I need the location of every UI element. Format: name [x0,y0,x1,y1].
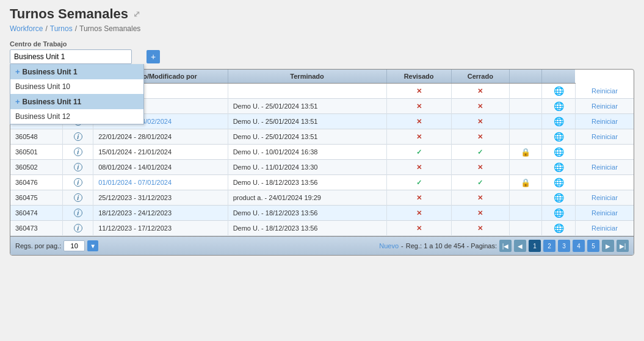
cell-reiniciar-2[interactable]: Reiniciar [575,114,634,129]
cell-reiniciar-1[interactable]: Reiniciar [575,99,634,114]
x-icon: ✕ [477,163,483,171]
cell-globe-8[interactable]: 🌐 [542,206,576,221]
page-last-button[interactable]: ▶| [617,240,629,252]
info-icon[interactable]: i [74,178,82,187]
page-container: Turnos Semanales ⤢ Workforce / Turnos / … [0,0,644,341]
info-icon[interactable]: i [74,163,82,171]
breadcrumb-current: Turnos Semanales [79,24,140,33]
cell-terminado-4: ✓ [386,145,451,160]
globe-icon[interactable]: 🌐 [554,117,564,126]
lock-icon: 🔒 [521,148,530,157]
cell-info-9[interactable]: i [63,221,93,236]
cell-globe-9[interactable]: 🌐 [542,221,576,236]
cell-info-6[interactable]: i [63,175,93,190]
cell-reiniciar-8[interactable]: Reiniciar [575,206,634,221]
breadcrumb-workforce[interactable]: Workforce [10,24,43,33]
info-icon[interactable]: i [74,148,82,156]
reiniciar-button-8[interactable]: Reiniciar [592,209,618,217]
breadcrumb-sep2: / [75,24,77,33]
plus-icon-bu1: + [15,67,20,76]
cell-cerrado-1 [510,99,542,114]
dropdown-item-bu10[interactable]: Business Unit 10 [10,79,143,94]
x-icon: ✕ [416,194,422,201]
cell-info-8[interactable]: i [63,206,93,221]
dropdown-item-bu1[interactable]: + Business Unit 1 [10,64,143,79]
table-row: 360502i08/01/2024 - 14/01/2024Demo U. - … [10,160,634,175]
cell-date-4: 15/01/2024 - 21/01/2024 [93,145,228,160]
dropdown-list: + Business Unit 1 Business Unit 10 + Bus… [10,64,144,124]
dropdown-item-bu11[interactable]: + Business Unit 11 [10,94,143,109]
cell-info-3[interactable]: i [63,129,93,145]
reiniciar-button-0[interactable]: Reiniciar [592,87,618,95]
filter-row: + Business Unit 1 Business Unit 10 + Bus… [10,49,634,64]
cell-globe-4[interactable]: 🌐 [542,145,576,160]
page-next-button[interactable]: ▶ [602,240,614,252]
page-title: Turnos Semanales [10,6,128,22]
page-3-button[interactable]: 3 [558,240,570,252]
cell-date-8: 18/12/2023 - 24/12/2023 [93,206,228,221]
cell-info-4[interactable]: i [63,145,93,160]
page-5-button[interactable]: 5 [587,240,599,252]
info-icon[interactable]: i [74,193,82,202]
cell-reiniciar-7[interactable]: Reiniciar [575,190,634,206]
expand-icon[interactable]: ⤢ [133,9,140,19]
dropdown-item-bu12[interactable]: Business Unit 12 [10,109,143,124]
info-icon[interactable]: i [74,224,82,232]
globe-icon[interactable]: 🌐 [554,223,564,233]
cell-globe-5[interactable]: 🌐 [542,160,576,175]
cell-created-6: Demo U. - 18/12/2023 13:56 [228,175,386,190]
cell-info-5[interactable]: i [63,160,93,175]
reiniciar-button-9[interactable]: Reiniciar [592,224,618,232]
cell-reiniciar-9[interactable]: Reiniciar [575,221,634,236]
regs-down-button[interactable]: ▼ [87,240,98,251]
cell-reiniciar-3[interactable]: Reiniciar [575,129,634,145]
globe-icon[interactable]: 🌐 [554,162,564,172]
cell-created-2: Demo U. - 25/01/2024 13:51 [228,114,386,129]
reiniciar-button-3[interactable]: Reiniciar [592,133,618,140]
cell-globe-7[interactable]: 🌐 [542,190,576,206]
globe-icon[interactable]: 🌐 [554,132,564,142]
cell-info-7[interactable]: i [63,190,93,206]
cell-globe-1[interactable]: 🌐 [542,99,576,114]
cell-reiniciar-5[interactable]: Reiniciar [575,160,634,175]
globe-icon[interactable]: 🌐 [554,147,564,157]
cell-globe-2[interactable]: 🌐 [542,114,576,129]
cell-globe-0[interactable]: 🌐 [542,84,576,99]
table-footer: Regs. por pag.: ▼ Nuevo - Reg.: 1 a 10 d… [10,236,634,255]
page-4-button[interactable]: 4 [573,240,585,252]
page-first-button[interactable]: |◀ [499,240,512,252]
dropdown-item-label-bu12: Business Unit 12 [15,112,70,121]
dropdown-item-label-bu10: Business Unit 10 [15,82,70,91]
info-icon[interactable]: i [74,132,82,141]
globe-icon[interactable]: 🌐 [554,101,564,111]
cell-revisado-1: ✕ [451,99,509,114]
cell-globe-6[interactable]: 🌐 [542,175,576,190]
globe-icon[interactable]: 🌐 [554,86,564,96]
regs-per-page-input[interactable] [63,240,85,251]
page-2-button[interactable]: 2 [543,240,555,252]
cell-created-3: Demo U. - 25/01/2024 13:51 [228,129,386,145]
cell-terminado-8: ✕ [386,206,451,221]
reiniciar-button-7[interactable]: Reiniciar [592,194,618,201]
dropdown-item-label-bu1: Business Unit 1 [23,68,78,76]
globe-icon[interactable]: 🌐 [554,178,564,187]
centro-trabajo-input[interactable] [10,49,132,64]
breadcrumb-turnos[interactable]: Turnos [50,24,73,33]
cell-terminado-1: ✕ [386,99,451,114]
footer-left: Regs. por pag.: ▼ [15,240,98,251]
cell-globe-3[interactable]: 🌐 [542,129,576,145]
globe-icon[interactable]: 🌐 [554,193,564,203]
page-1-button[interactable]: 1 [529,240,541,252]
filter-add-button[interactable]: + [147,50,160,63]
cell-reiniciar-0[interactable]: Reiniciar [575,84,634,99]
cell-created-9: Demo U. - 18/12/2023 13:56 [228,221,386,236]
info-icon[interactable]: i [74,209,82,217]
globe-icon[interactable]: 🌐 [554,208,564,218]
page-prev-button[interactable]: ◀ [514,240,526,252]
reiniciar-button-5[interactable]: Reiniciar [592,163,618,171]
reiniciar-button-1[interactable]: Reiniciar [592,102,618,110]
nuevo-button[interactable]: Nuevo [379,242,399,249]
dropdown-item-label-bu11: Business Unit 11 [23,98,82,106]
reiniciar-button-2[interactable]: Reiniciar [592,118,618,125]
x-icon: ✕ [416,224,422,232]
